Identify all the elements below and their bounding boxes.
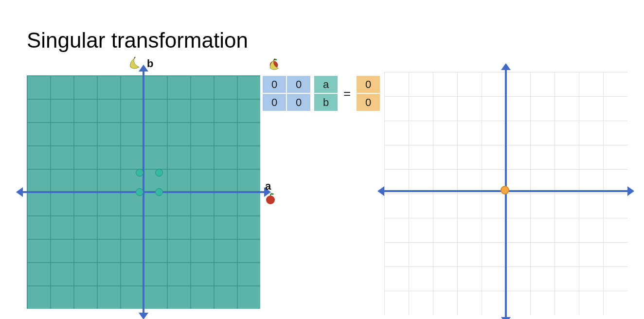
input-vector: a b: [314, 76, 338, 111]
result-vector: 0 0: [357, 76, 380, 111]
result-cell: 0: [357, 94, 380, 111]
matrix-cell: 0: [263, 94, 286, 111]
unit-handle: [136, 169, 143, 177]
svg-point-1: [271, 193, 274, 195]
equals-sign: =: [341, 86, 353, 101]
arrow-left-icon: [16, 187, 23, 197]
arrow-down-icon: [501, 317, 511, 319]
vector-cell: b: [314, 94, 338, 111]
svg-point-0: [266, 195, 275, 204]
result-cell: 0: [357, 76, 380, 93]
arrow-right-icon: [627, 186, 634, 196]
y-axis-label: b: [147, 57, 153, 70]
banana-icon: [127, 55, 143, 73]
unit-handle: [136, 188, 143, 196]
page-title: Singular transformation: [27, 28, 248, 53]
transformation-matrix: 0 0 0 0: [263, 76, 310, 111]
arrow-down-icon: [139, 313, 148, 319]
apple-icon: [264, 192, 277, 207]
x-axis-label: a: [265, 180, 271, 193]
matrix-cell: 0: [263, 76, 286, 93]
banana-icon: [268, 57, 282, 74]
arrow-up-icon: [501, 63, 511, 70]
input-plane: [27, 75, 260, 309]
output-plane: [384, 72, 627, 315]
unit-handle: [155, 169, 163, 177]
matrix-cell: 0: [287, 94, 310, 111]
vector-cell: a: [314, 76, 338, 93]
unit-handle: [155, 188, 163, 196]
arrow-left-icon: [377, 186, 384, 196]
image-origin-point: [501, 186, 509, 195]
equation-block: 0 0 0 0 a b = 0 0: [263, 76, 380, 111]
matrix-cell: 0: [287, 76, 310, 93]
